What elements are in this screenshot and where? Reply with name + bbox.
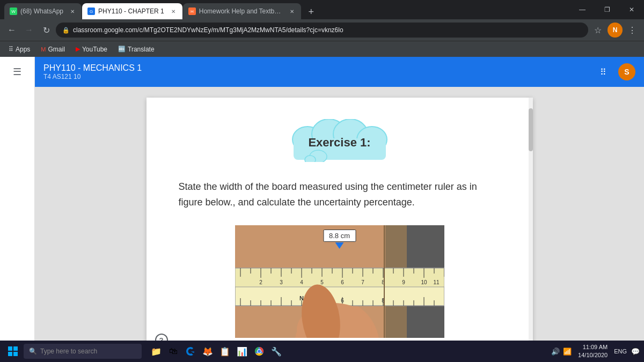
exercise-cloud-container: Exercise 1: — [179, 119, 501, 164]
tab-whatsapp-close[interactable]: ✕ — [69, 8, 76, 15]
taskbar-file-explorer[interactable]: 📁 — [148, 343, 164, 360]
svg-text:N: N — [299, 295, 304, 301]
measurement-arrow-icon — [335, 242, 343, 249]
taskbar-firefox[interactable]: 🦊 — [200, 343, 216, 360]
speaker-icon[interactable]: 🔊 — [551, 348, 560, 356]
help-button[interactable]: ? — [155, 334, 168, 341]
tab-homework-label: Homework Help and Textbook S — [199, 8, 283, 15]
svg-text:6: 6 — [341, 298, 344, 304]
bookmark-youtube[interactable]: ▶ YouTube — [71, 45, 112, 54]
search-bar[interactable]: 🔍 Type here to search — [24, 344, 142, 359]
edge-icon — [186, 346, 195, 356]
bookmark-youtube-label: YouTube — [82, 46, 107, 53]
star-button[interactable]: ☆ — [590, 23, 605, 38]
svg-rect-74 — [13, 346, 18, 351]
taskbar-chrome[interactable] — [251, 343, 267, 360]
svg-text:10: 10 — [421, 279, 427, 285]
bookmark-gmail[interactable]: M Gmail — [36, 45, 69, 54]
exercise-cloud: Exercise 1: — [281, 119, 399, 164]
bookmark-translate-label: Translate — [128, 46, 155, 53]
window-controls: — ❐ ✕ — [570, 0, 644, 19]
svg-text:2: 2 — [259, 279, 262, 285]
tab-homework-close[interactable]: ✕ — [289, 8, 296, 15]
bookmark-translate[interactable]: 🔤 Translate — [114, 45, 159, 54]
svg-point-7 — [305, 156, 316, 162]
address-bar: ← → ↻ 🔒 classroom.google.com/c/MTg2OTE2N… — [0, 19, 644, 41]
svg-rect-15 — [235, 268, 444, 287]
assignment-card: Exercise 1: State the width of the board… — [147, 98, 533, 341]
gmail-icon: M — [41, 46, 46, 53]
tab-whatsapp-label: (68) WhatsApp — [20, 8, 63, 15]
minimize-button[interactable]: — — [570, 0, 595, 19]
svg-text:11: 11 — [433, 279, 440, 285]
taskbar-app1[interactable]: 📋 — [217, 343, 233, 360]
page-content: ☰ PHY110 - MECHANICS 1 T4 AS121 10 ⠿ S — [0, 57, 644, 341]
taskbar-app2[interactable]: 📊 — [234, 343, 250, 360]
svg-rect-73 — [8, 346, 12, 351]
tab-homework[interactable]: H Homework Help and Textbook S ✕ — [183, 3, 301, 19]
tab-add-button[interactable]: + — [304, 4, 319, 19]
topbar-title-area: PHY110 - MECHANICS 1 T4 AS121 10 — [43, 63, 142, 80]
back-button[interactable]: ← — [4, 23, 19, 38]
tab-phy110[interactable]: G PHY110 - CHAPTER 1 ✕ — [82, 3, 182, 19]
taskbar-edge[interactable] — [182, 343, 199, 360]
start-button[interactable] — [4, 343, 21, 360]
bookmark-apps-label: Apps — [16, 46, 30, 53]
date-display: 14/10/2020 — [578, 351, 608, 359]
scroll-bar[interactable] — [529, 98, 533, 341]
time-display: 11:09 AM — [578, 343, 608, 351]
classroom-main: PHY110 - MECHANICS 1 T4 AS121 10 ⠿ S — [35, 57, 644, 341]
windows-icon — [8, 346, 18, 356]
classroom-topbar: PHY110 - MECHANICS 1 T4 AS121 10 ⠿ S — [35, 57, 644, 87]
svg-rect-76 — [13, 352, 18, 356]
search-icon: 🔍 — [29, 348, 37, 355]
notification-icon[interactable]: 💬 — [631, 348, 640, 356]
secure-icon: 🔒 — [62, 27, 70, 34]
translate-icon: 🔤 — [118, 46, 126, 53]
wifi-icon[interactable]: 📶 — [563, 348, 572, 356]
apps-grid-icon: ⠿ — [9, 46, 13, 53]
classroom-sidebar: ☰ — [0, 57, 35, 341]
tray-icons: 🔊 📶 — [551, 348, 572, 356]
svg-text:4: 4 — [300, 279, 303, 285]
measurement-label: 8.8 cm — [323, 230, 356, 242]
content-area: Exercise 1: State the width of the board… — [35, 87, 644, 341]
taskbar-store[interactable]: 🛍 — [165, 343, 181, 360]
tab-bar: W (68) WhatsApp ✕ G PHY110 - CHAPTER 1 ✕… — [0, 0, 644, 19]
refresh-button[interactable]: ↻ — [39, 23, 54, 38]
svg-text:3: 3 — [280, 279, 283, 285]
svg-text:6: 6 — [341, 279, 344, 285]
url-text: classroom.google.com/c/MTg2OTE2NDYwNzEy/… — [73, 26, 582, 34]
svg-text:5: 5 — [320, 279, 324, 285]
svg-rect-75 — [8, 352, 12, 356]
scroll-thumb[interactable] — [529, 108, 533, 151]
exercise-title: Exercise 1: — [308, 136, 370, 150]
bookmarks-bar: ⠿ Apps M Gmail ▶ YouTube 🔤 Translate — [0, 41, 644, 57]
tab-phy110-close[interactable]: ✕ — [170, 8, 177, 15]
url-bar[interactable]: 🔒 classroom.google.com/c/MTg2OTE2NDYwNzE… — [56, 23, 588, 38]
browser-window: W (68) WhatsApp ✕ G PHY110 - CHAPTER 1 ✕… — [0, 0, 644, 362]
extensions-button[interactable]: N — [608, 23, 623, 38]
language-indicator[interactable]: ENG — [614, 348, 627, 354]
phy110-favicon: G — [87, 8, 95, 15]
maximize-button[interactable]: ❐ — [595, 0, 619, 19]
tab-whatsapp[interactable]: W (68) WhatsApp ✕ — [4, 3, 82, 19]
taskbar-app3[interactable]: 🔧 — [268, 343, 284, 360]
taskbar: 🔍 Type here to search 📁 🛍 🦊 📋 📊 — [0, 341, 644, 362]
svg-text:7: 7 — [361, 279, 364, 285]
taskbar-icons: 📁 🛍 🦊 📋 📊 — [144, 343, 549, 360]
homework-favicon: H — [188, 8, 196, 15]
system-tray: 🔊 📶 11:09 AM 14/10/2020 ENG 💬 — [551, 343, 640, 360]
menu-button[interactable]: ⋮ — [625, 23, 640, 38]
topbar-apps-icon[interactable]: ⠿ — [595, 63, 612, 80]
close-button[interactable]: ✕ — [619, 0, 644, 19]
forward-button[interactable]: → — [21, 23, 36, 38]
search-placeholder: Type here to search — [40, 348, 97, 355]
hamburger-button[interactable]: ☰ — [6, 61, 28, 83]
youtube-icon: ▶ — [76, 46, 80, 53]
bookmark-apps[interactable]: ⠿ Apps — [4, 45, 34, 54]
svg-text:9: 9 — [402, 279, 405, 285]
topbar-avatar[interactable]: S — [618, 63, 635, 80]
tab-phy110-label: PHY110 - CHAPTER 1 — [98, 8, 164, 15]
clock-display[interactable]: 11:09 AM 14/10/2020 — [576, 343, 610, 360]
